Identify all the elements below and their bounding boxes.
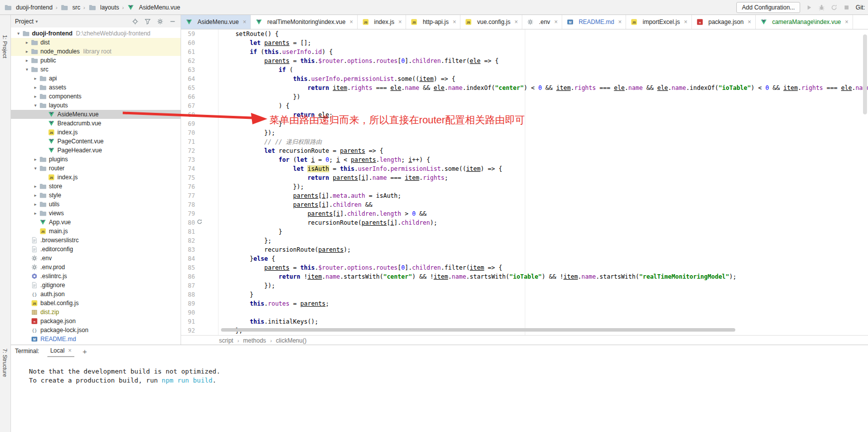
breadcrumb-item-layouts[interactable]: layouts <box>87 3 120 11</box>
close-icon[interactable]: × <box>452 18 456 25</box>
chevron-collapsed-icon[interactable]: ▸ <box>32 76 39 81</box>
git-label[interactable]: Git: <box>856 4 865 11</box>
tree-item-utils[interactable]: ▸utils <box>11 200 181 209</box>
add-terminal-button[interactable]: + <box>82 347 87 356</box>
tree-item-package-lock-json[interactable]: {}package-lock.json <box>11 326 181 335</box>
chevron-collapsed-icon[interactable]: ▸ <box>32 157 39 162</box>
tree-item-browserslistrc[interactable]: .browserslistrc <box>11 236 181 245</box>
close-icon[interactable]: × <box>748 18 751 25</box>
filter-icon[interactable] <box>144 17 152 25</box>
editor-tab-readme-md[interactable]: MREADME.md× <box>562 15 626 29</box>
add-configuration-button[interactable]: Add Configuration... <box>736 2 800 13</box>
tree-item-env-prod[interactable]: .env.prod <box>11 263 181 272</box>
gear-icon[interactable] <box>156 17 164 25</box>
tree-item-src[interactable]: ▾src <box>11 65 181 74</box>
horizontal-scrollbar-thumb[interactable] <box>221 328 735 332</box>
tree-item-env[interactable]: .env <box>11 254 181 263</box>
editor-breadcrumb-item-methods[interactable]: methods <box>243 337 266 344</box>
tree-item-main-js[interactable]: JSmain.js <box>11 227 181 236</box>
tree-item-dist-zip[interactable]: dist.zip <box>11 308 181 317</box>
tree-item-pageheader-vue[interactable]: PageHeader.vue <box>11 146 181 155</box>
breadcrumb-item-duoji-frontend[interactable]: duoji-frontend <box>3 3 53 11</box>
chevron-expanded-icon[interactable]: ▾ <box>32 166 39 171</box>
breadcrumb-item-src[interactable]: src <box>59 3 81 11</box>
bug-icon[interactable] <box>818 3 826 11</box>
close-icon[interactable]: × <box>243 18 246 25</box>
tree-item-package-json[interactable]: npackage.json <box>11 317 181 326</box>
editor-tab-package-json[interactable]: npackage.json× <box>692 15 756 29</box>
chevron-collapsed-icon[interactable]: ▸ <box>32 193 39 198</box>
tree-item-layouts[interactable]: ▾layouts <box>11 101 181 110</box>
vertical-scrollbar-thumb[interactable] <box>863 34 867 114</box>
editor-tab-cameramanage-index-vue[interactable]: cameraManage\index.vue× <box>756 15 853 29</box>
breadcrumb-item-asidemenu-vue[interactable]: AsideMenu.vue <box>126 3 181 11</box>
tree-item-api[interactable]: ▸api <box>11 74 181 83</box>
tree-item-breadcrumb-vue[interactable]: Breadcrumb.vue <box>11 119 181 128</box>
minus-icon[interactable] <box>169 17 177 25</box>
editor-tab-env[interactable]: .env× <box>522 15 562 29</box>
tree-item-store[interactable]: ▸store <box>11 182 181 191</box>
tree-item-duoji-frontend[interactable]: ▾duoji-frontendD:\zheheWeb\duoji-fronten… <box>11 29 181 38</box>
editor-tab-http-api-js[interactable]: JShttp-api.js× <box>406 15 460 29</box>
chevron-expanded-icon[interactable]: ▾ <box>32 103 39 108</box>
chevron-collapsed-icon[interactable]: ▸ <box>32 202 39 207</box>
stop-icon[interactable] <box>843 3 851 11</box>
close-icon[interactable]: × <box>350 18 353 25</box>
gutter-slot <box>195 74 204 83</box>
editor-breadcrumb-item-script[interactable]: script <box>219 337 233 344</box>
close-icon[interactable]: × <box>845 18 849 25</box>
editor-tab-importexcel-js[interactable]: JSimportExcel.js× <box>626 15 692 29</box>
tree-item-assets[interactable]: ▸assets <box>11 83 181 92</box>
tree-item-babel-config-js[interactable]: JSbabel.config.js <box>11 299 181 308</box>
tree-item-asidemenu-vue[interactable]: AsideMenu.vue <box>11 110 181 119</box>
horizontal-scrollbar[interactable] <box>221 328 848 332</box>
toolstrip-structure-button[interactable]: 7: Structure <box>2 349 8 377</box>
close-icon[interactable]: × <box>398 18 402 25</box>
editor-tab-index-js[interactable]: JSindex.js× <box>358 15 407 29</box>
play-icon[interactable] <box>805 3 813 11</box>
tree-item-app-vue[interactable]: App.vue <box>11 218 181 227</box>
tree-item-views[interactable]: ▸views <box>11 209 181 218</box>
tree-item-auth-json[interactable]: {}auth.json <box>11 290 181 299</box>
code-viewport[interactable]: 59 setRoute() {60 let parents = [];61 if… <box>181 29 868 335</box>
tree-item-router[interactable]: ▾router <box>11 164 181 173</box>
chevron-collapsed-icon[interactable]: ▸ <box>32 184 39 189</box>
editor-breadcrumb-item-clickmenu[interactable]: clickMenu() <box>276 337 306 344</box>
tree-item-style[interactable]: ▸style <box>11 191 181 200</box>
tree-item-dist[interactable]: ▸dist <box>11 38 181 47</box>
close-icon[interactable]: × <box>514 18 518 25</box>
chevron-collapsed-icon[interactable]: ▸ <box>32 211 39 216</box>
tree-item-node-modules[interactable]: ▸node_moduleslibrary root <box>11 47 181 56</box>
tree-item-index-js[interactable]: JSindex.js <box>11 173 181 182</box>
tree-item-gitignore[interactable]: .gitignore <box>11 281 181 290</box>
tree-item-index-js[interactable]: JSindex.js <box>11 128 181 137</box>
tree-item-components[interactable]: ▸components <box>11 92 181 101</box>
tree-item-readme-md[interactable]: MREADME.md <box>11 335 181 344</box>
locate-icon[interactable] <box>131 17 139 25</box>
toolstrip-project-button[interactable]: 1: Project <box>2 35 8 58</box>
vertical-scrollbar[interactable] <box>862 29 868 335</box>
chevron-collapsed-icon[interactable]: ▸ <box>23 49 30 54</box>
terminal-tab-local[interactable]: Local × <box>47 345 75 357</box>
chevron-down-icon[interactable]: ▾ <box>35 19 38 24</box>
chevron-expanded-icon[interactable]: ▾ <box>23 67 30 72</box>
update-icon[interactable] <box>830 3 838 11</box>
tree-item-plugins[interactable]: ▸plugins <box>11 155 181 164</box>
editor-tab-asidemenu-vue[interactable]: AsideMenu.vue× <box>181 15 251 29</box>
tree-item-editorconfig[interactable]: .editorconfig <box>11 245 181 254</box>
chevron-collapsed-icon[interactable]: ▸ <box>32 85 39 90</box>
chevron-collapsed-icon[interactable]: ▸ <box>32 94 39 99</box>
chevron-collapsed-icon[interactable]: ▸ <box>23 58 30 63</box>
editor-tab-vue-config-js[interactable]: JSvue.config.js× <box>460 15 522 29</box>
project-panel-title[interactable]: Project <box>15 18 33 25</box>
tree-item-public[interactable]: ▸public <box>11 56 181 65</box>
close-icon[interactable]: × <box>684 18 687 25</box>
close-icon[interactable]: × <box>618 18 622 25</box>
close-icon[interactable]: × <box>68 347 71 354</box>
chevron-collapsed-icon[interactable]: ▸ <box>23 40 30 45</box>
tree-item-pagecontent-vue[interactable]: PageContent.vue <box>11 137 181 146</box>
editor-tab-realtimemonitoring-index-vue[interactable]: realTimeMonitoring\index.vue× <box>251 15 358 29</box>
tree-item-eslintrc-js[interactable]: .eslintrc.js <box>11 272 181 281</box>
close-icon[interactable]: × <box>554 18 558 25</box>
chevron-expanded-icon[interactable]: ▾ <box>15 31 22 36</box>
